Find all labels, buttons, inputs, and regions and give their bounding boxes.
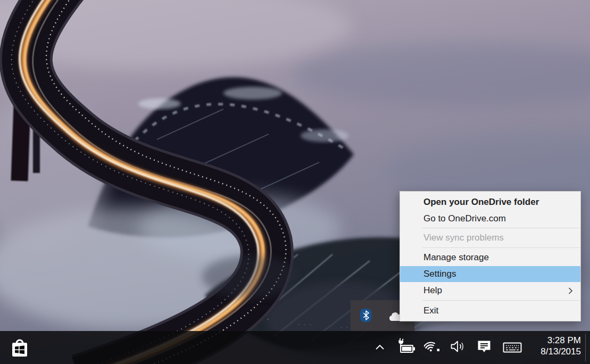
keyboard-icon: [502, 341, 522, 354]
menu-item-label: Open your OneDrive folder: [423, 197, 539, 208]
battery-charging-icon: [395, 337, 417, 356]
tray-show-hidden-icons-button[interactable]: [372, 340, 388, 354]
battery-tray-button[interactable]: [395, 336, 417, 357]
bluetooth-rune: [362, 310, 370, 320]
chevron-right-icon: [568, 287, 573, 295]
clock-time: 3:28 PM: [541, 335, 581, 346]
menu-item-go-to-onedrive[interactable]: Go to OneDrive.com: [400, 211, 580, 227]
menu-item-exit[interactable]: Exit: [400, 302, 580, 319]
chevron-up-icon: [372, 341, 387, 353]
menu-item-label: Settings: [423, 269, 456, 279]
microsoft-store-button[interactable]: [6, 334, 33, 361]
menu-item-open-onedrive-folder[interactable]: Open your OneDrive folder: [400, 193, 580, 211]
wifi-tray-button[interactable]: [423, 337, 443, 354]
store-bag-icon: [10, 336, 30, 359]
menu-item-view-sync-problems: View sync problems: [400, 229, 580, 246]
volume-tray-button[interactable]: [448, 338, 467, 354]
menu-separator: [422, 247, 580, 248]
menu-item-label: Go to OneDrive.com: [423, 213, 506, 224]
menu-item-help[interactable]: Help: [400, 282, 580, 299]
bluetooth-icon[interactable]: [360, 309, 371, 322]
menu-item-label: Manage storage: [423, 252, 489, 263]
taskbar: 3:28 PM 8/13/2015: [0, 331, 590, 364]
wifi-icon: [424, 338, 442, 354]
menu-item-label: View sync problems: [423, 233, 504, 243]
menu-item-label: Exit: [423, 305, 438, 316]
onedrive-context-menu: Open your OneDrive folder Go to OneDrive…: [400, 191, 581, 321]
clock[interactable]: 3:28 PM 8/13/2015: [541, 335, 581, 357]
show-desktop-button[interactable]: [585, 334, 586, 361]
menu-item-manage-storage[interactable]: Manage storage: [400, 249, 580, 266]
volume-icon: [448, 339, 467, 354]
touch-keyboard-button[interactable]: [502, 340, 523, 355]
menu-separator: [422, 228, 580, 228]
clock-date: 8/13/2015: [541, 346, 581, 357]
menu-item-settings[interactable]: Settings: [400, 266, 580, 282]
menu-item-label: Help: [423, 285, 442, 296]
action-center-button[interactable]: [476, 338, 493, 356]
menu-separator: [422, 300, 580, 301]
action-center-icon: [476, 338, 492, 355]
